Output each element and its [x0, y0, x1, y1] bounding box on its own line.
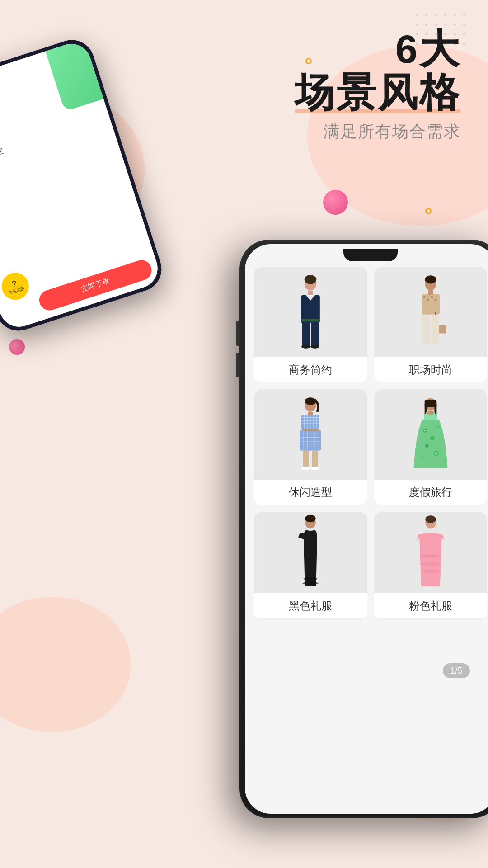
clothes-img-business — [254, 267, 367, 357]
title-line2: 场景风格 — [295, 73, 461, 113]
svg-rect-14 — [308, 291, 313, 296]
svg-rect-38 — [308, 412, 313, 415]
phone-right: 商务简约 — [239, 240, 488, 818]
phone-notch — [343, 249, 398, 261]
svg-rect-13 — [311, 322, 319, 346]
clothes-label-casual: 休闲造型 — [254, 480, 367, 505]
svg-point-59 — [435, 526, 437, 528]
title-area: 6大 场景风格 满足所有场合需求 — [295, 29, 461, 143]
svg-point-9 — [305, 275, 317, 284]
svg-rect-33 — [302, 429, 319, 431]
faq-bubble: ? 常见问题 — [0, 269, 33, 304]
svg-rect-23 — [434, 299, 436, 301]
svg-point-36 — [302, 467, 310, 470]
svg-rect-21 — [427, 299, 429, 301]
svg-rect-28 — [428, 290, 433, 295]
title-line2-container: 场景风格 — [295, 73, 461, 113]
svg-point-53 — [435, 452, 437, 454]
bg-blob-3 — [0, 597, 131, 732]
svg-rect-34 — [303, 451, 309, 468]
svg-rect-32 — [300, 430, 321, 451]
clothes-img-office — [374, 267, 488, 357]
svg-rect-54 — [427, 411, 433, 415]
svg-rect-43 — [424, 414, 437, 420]
svg-point-37 — [311, 467, 319, 470]
clothes-card-formal[interactable]: 黑色礼服 — [254, 512, 367, 620]
phone-right-body: 商务简约 — [239, 240, 488, 818]
svg-point-16 — [310, 345, 319, 349]
svg-rect-20 — [423, 296, 425, 298]
vacation-figure-svg — [408, 394, 453, 475]
pink-ball-decoration — [323, 190, 348, 215]
clothes-card-casual[interactable]: 休闲造型 — [254, 389, 367, 505]
volume-button-1 — [236, 321, 239, 346]
pink-ball-small-decoration — [9, 339, 25, 355]
clothes-img-vacation — [374, 389, 488, 480]
clothes-label-formal: 黑色礼服 — [254, 593, 367, 618]
svg-point-48 — [436, 425, 440, 429]
clothes-grid: 商务简约 — [245, 244, 488, 629]
clothes-img-pink — [374, 512, 488, 593]
office-figure-svg — [408, 271, 453, 353]
svg-rect-12 — [302, 322, 310, 346]
casual-figure-svg — [288, 394, 333, 475]
clothes-card-business[interactable]: 商务简约 — [254, 267, 367, 382]
pagination-badge: 1/5 — [443, 663, 470, 678]
clothes-img-casual — [254, 389, 367, 480]
clothes-card-pink[interactable]: 粉色礼服 — [374, 512, 488, 620]
subtitle: 满足所有场合需求 — [295, 121, 461, 143]
formal-figure-svg — [288, 512, 333, 593]
svg-point-47 — [430, 436, 435, 440]
menu-label-return: 预约归还 — [0, 147, 5, 162]
clothes-label-business: 商务简约 — [254, 357, 367, 382]
svg-point-15 — [301, 345, 310, 349]
phone-right-screen: 商务简约 — [245, 244, 488, 814]
svg-rect-22 — [431, 296, 433, 298]
clothes-label-vacation: 度假旅行 — [374, 480, 488, 505]
svg-rect-26 — [422, 315, 430, 345]
business-figure-svg — [288, 271, 333, 353]
svg-point-51 — [422, 456, 425, 459]
svg-point-49 — [425, 444, 428, 448]
svg-rect-27 — [431, 315, 439, 345]
clothes-img-formal — [254, 512, 367, 593]
volume-button-2 — [236, 353, 239, 377]
svg-point-52 — [424, 430, 426, 431]
clothes-card-vacation[interactable]: 度假旅行 — [374, 389, 488, 505]
title-line1: 6大 — [295, 29, 461, 69]
svg-rect-35 — [312, 451, 318, 468]
svg-point-58 — [425, 515, 436, 523]
clothes-label-pink: 粉色礼服 — [374, 593, 488, 618]
svg-rect-11 — [301, 319, 320, 322]
clothes-card-office[interactable]: 职场时尚 — [374, 267, 488, 382]
order-button[interactable]: 立即下单 — [37, 258, 154, 313]
svg-point-18 — [425, 275, 436, 283]
svg-point-30 — [305, 397, 316, 405]
clothes-label-office: 职场时尚 — [374, 357, 488, 382]
svg-point-56 — [305, 515, 316, 523]
pink-figure-svg — [408, 512, 453, 593]
orange-circle-accent-2 — [425, 208, 432, 214]
